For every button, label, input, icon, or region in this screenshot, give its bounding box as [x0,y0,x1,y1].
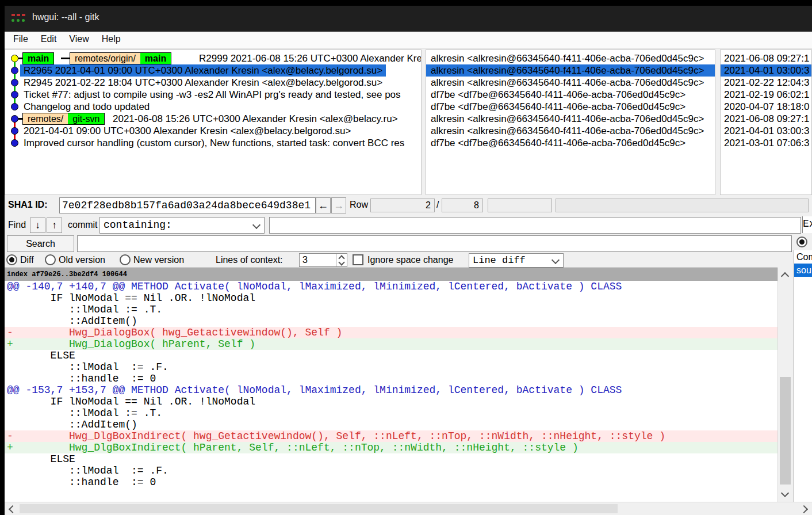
author-row[interactable]: alkresin <alkresin@66345640-f411-406e-ac… [426,52,715,64]
author-row[interactable]: alkresin <alkresin@66345640-f411-406e-ac… [426,77,715,89]
menu-item[interactable]: Edit [35,32,63,44]
commit-row[interactable]: Improved cursor handling (custom cursor)… [5,137,421,149]
find-label: Find [8,220,26,230]
menu-item[interactable]: View [63,32,95,44]
lines-of-context-spinner[interactable]: 3 [299,253,347,267]
commit-node [11,55,18,62]
diff-line: ::lModal := .F. [5,465,777,476]
new-version-radio[interactable] [120,254,131,265]
date-row[interactable]: 2021-04-01 03:00:3 [721,125,811,137]
commit-subject: 2021-06-08 15:26 UTC+0300 Alexander Kres… [109,113,401,125]
patch-radio[interactable] [796,236,807,247]
chevron-down-icon [551,256,560,264]
diff-line: IF lNoModal == Nil .OR. !lNoModal [5,292,777,304]
diff-horizontal-scrollbar[interactable] [5,502,812,515]
scroll-right-icon[interactable] [800,505,808,513]
author-row[interactable]: df7be <df7be@66345640-f411-406e-acba-706… [426,89,715,101]
horizontal-scroll-thumb[interactable] [20,504,618,513]
find-query-input[interactable] [269,217,801,234]
date-row[interactable]: 2020-04-07 18:18:0 [721,101,811,113]
ignore-space-label: Ignore space change [367,255,453,265]
diff-line: ::handle := 0 [5,373,777,384]
search-bar: Search [5,235,812,253]
diff-vertical-scrollbar[interactable] [777,268,792,502]
row-label: Row [350,200,368,210]
author-row[interactable]: df7be <df7be@66345640-f411-406e-acba-706… [426,101,715,113]
diff-view[interactable]: index af79e26..3be2df4 100644@@ -140,7 +… [5,268,777,502]
forward-arrow-icon: → [334,200,344,211]
file-list-item[interactable]: Comments [794,250,812,264]
date-row[interactable]: 2021-03-01 07:06:3 [721,137,811,149]
find-mode-dropdown[interactable]: containing: [99,217,265,234]
diff-radio[interactable] [6,254,17,265]
branch-label-git-svn[interactable]: remotes/git-svn [22,113,105,125]
commit-label: commit [68,220,98,230]
search-input[interactable] [77,235,792,252]
nav-forward-button[interactable]: → [331,197,346,213]
commit-subject: Improved cursor handling (custom cursor)… [20,137,408,149]
date-row[interactable]: 2021-04-01 03:00:3 [721,64,811,77]
date-pane: 2021-06-08 09:27:12021-04-01 03:00:32021… [720,49,812,195]
diff-line: @@ -140,7 +140,7 @@ METHOD Activate( lNo… [5,281,777,292]
row-separator: / [436,200,439,210]
commit-node [11,103,18,110]
diff-mode-dropdown[interactable]: Line diff [469,253,564,268]
find-next-button[interactable]: ↓ [30,218,45,233]
find-prev-button[interactable]: ↑ [47,218,62,233]
commit-row[interactable]: Ticket #77: adjust to compile using -w3 … [5,89,421,101]
find-exact-dropdown[interactable]: Exact [802,216,812,233]
branch-label-main[interactable]: main [22,52,54,64]
diff-line: IF lNoModal == Nil .OR. !lNoModal [5,396,777,407]
progress-bar [556,199,809,212]
gitk-window: hwgui: --all - gitk FileEditViewHelp R29… [5,6,812,515]
scroll-up-icon[interactable] [781,272,789,280]
date-row[interactable]: 2021-06-08 09:27:1 [721,113,811,125]
author-row[interactable]: alkresin <alkresin@66345640-f411-406e-ac… [426,113,715,125]
commit-subject: 2021-04-01 09:00 UTC+0300 Alexander Kres… [20,125,354,137]
file-list-item[interactable]: sou [794,264,812,277]
branch-label-origin-main[interactable]: remotes/origin/main [70,52,171,64]
author-row[interactable]: alkresin <alkresin@66345640-f411-406e-ac… [426,125,715,137]
menu-item[interactable]: Help [95,32,127,44]
menubar: FileEditViewHelp [5,32,812,49]
sha1-input[interactable] [59,197,316,213]
up-arrow-icon: ↑ [52,220,57,231]
date-row[interactable]: 2021-02-19 06:02:1 [721,89,811,101]
graph-connector [61,58,70,59]
date-row[interactable]: 2021-06-08 09:27:1 [721,52,811,64]
commit-row[interactable]: R2965 2021-04-01 09:00 UTC+0300 Alexande… [5,64,421,77]
menu-item[interactable]: File [7,32,35,44]
old-version-label: Old version [59,255,105,265]
scroll-down-icon[interactable] [781,489,789,497]
spinner-arrows[interactable] [336,254,347,266]
commit-node [11,67,18,74]
commit-node [11,79,18,86]
commit-row[interactable]: R2945 2021-02-22 18:04 UTC+0300 Alexande… [5,77,421,89]
vertical-scroll-thumb[interactable] [780,377,791,485]
commit-subject: R2999 2021-06-08 15:26 UTC+0300 Alexande… [196,52,422,64]
author-row[interactable]: alkresin <alkresin@66345640-f411-406e-ac… [426,64,715,77]
old-version-radio[interactable] [45,254,56,265]
diff-radio-label: Diff [20,255,34,265]
diff-line: ELSE [5,453,777,465]
gitk-app-icon [12,13,26,24]
search-button[interactable]: Search [7,235,74,252]
diff-line: ::AddItem() [5,315,777,327]
commit-node [11,139,18,147]
diff-line: - Hwg_DlgBoxIndirect( hwg_Getactivewindo… [5,430,777,442]
file-list-pane: Commentssou [794,250,812,502]
commit-subject: R2945 2021-02-22 18:04 UTC+0300 Alexande… [20,77,386,89]
diff-line: + Hwg_DlgBoxIndirect( hParent, Self, ::n… [5,442,777,453]
commit-row[interactable]: Changelog and todo updated [5,101,421,113]
ignore-space-checkbox[interactable] [353,254,363,265]
spin-down-icon[interactable] [338,259,344,265]
nav-back-button[interactable]: ← [316,197,331,213]
author-row[interactable]: df7be <df7be@66345640-f411-406e-acba-706… [426,137,715,149]
diff-line: ::lModal := .T. [5,407,777,419]
scroll-left-icon[interactable] [9,505,17,513]
commit-row[interactable]: 2021-04-01 09:00 UTC+0300 Alexander Kres… [5,125,421,137]
diff-line: ELSE [5,350,777,361]
date-row[interactable]: 2021-02-22 12:04:3 [721,77,811,89]
diff-line: + Hwg_DialogBox( hParent, Self ) [5,338,777,350]
diff-line: index af79e26..3be2df4 100644 [5,268,777,281]
